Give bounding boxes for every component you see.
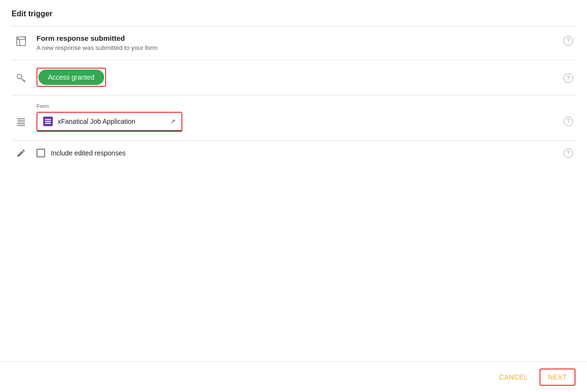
cancel-button[interactable]: CANCEL xyxy=(491,369,536,385)
form-type-icon xyxy=(43,117,53,126)
form-content: Form xFanatical Job Application ↗ xyxy=(31,103,561,132)
access-granted-button[interactable]: Access granted xyxy=(38,70,104,85)
trigger-help[interactable]: ? xyxy=(561,34,575,46)
svg-rect-9 xyxy=(17,123,25,124)
key-icon xyxy=(12,71,31,83)
list-icon xyxy=(12,103,31,127)
checkbox-help[interactable]: ? xyxy=(561,148,575,158)
svg-point-3 xyxy=(17,74,22,79)
trigger-content: Form response submitted A new response w… xyxy=(31,34,561,51)
checkbox-content: Include edited responses xyxy=(31,149,561,157)
access-content: Access granted xyxy=(31,68,561,87)
form-label: Form xyxy=(36,103,555,109)
svg-rect-10 xyxy=(17,125,25,126)
access-help-icon[interactable]: ? xyxy=(563,73,573,83)
checkbox-label[interactable]: Include edited responses xyxy=(51,149,126,157)
svg-rect-7 xyxy=(17,119,25,119)
page-title: Edit trigger xyxy=(0,10,587,26)
next-button-wrapper: NEXT xyxy=(539,368,575,386)
checkbox-help-icon[interactable]: ? xyxy=(563,148,573,158)
trigger-title: Form response submitted xyxy=(36,34,555,42)
access-row: Access granted ? xyxy=(0,60,587,95)
form-selector[interactable]: xFanatical Job Application ↗ xyxy=(37,113,181,131)
include-edited-checkbox[interactable] xyxy=(36,149,45,157)
page-container: Edit trigger Form response submitted A n… xyxy=(0,0,587,392)
svg-line-6 xyxy=(24,81,25,82)
form-response-icon xyxy=(12,34,31,47)
form-selector-wrapper: xFanatical Job Application ↗ xyxy=(36,112,182,132)
checkbox-row: Include edited responses ? xyxy=(0,141,587,166)
access-help[interactable]: ? xyxy=(561,71,575,83)
trigger-row: Form response submitted A new response w… xyxy=(0,26,587,59)
form-help-icon[interactable]: ? xyxy=(563,117,573,126)
form-row: Form xFanatical Job Application ↗ xyxy=(0,95,587,140)
next-button[interactable]: NEXT xyxy=(540,369,575,385)
bottom-bar: CANCEL NEXT xyxy=(0,361,587,392)
trigger-subtitle: A new response was submitted to your for… xyxy=(36,44,555,51)
edit-icon xyxy=(12,148,31,158)
form-help[interactable]: ? xyxy=(561,103,575,126)
access-granted-wrapper: Access granted xyxy=(36,68,106,87)
svg-rect-8 xyxy=(17,120,25,121)
form-name: xFanatical Job Application xyxy=(58,118,167,125)
external-link-icon[interactable]: ↗ xyxy=(170,118,176,125)
svg-line-5 xyxy=(24,80,24,81)
trigger-help-icon[interactable]: ? xyxy=(563,36,573,46)
